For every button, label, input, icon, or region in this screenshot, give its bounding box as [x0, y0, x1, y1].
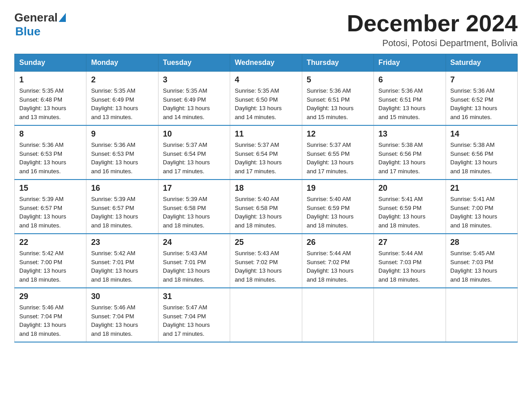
day-info: Sunrise: 5:35 AMSunset: 6:49 PMDaylight:… [163, 87, 210, 120]
day-number: 23 [91, 238, 153, 247]
day-number: 31 [163, 292, 225, 301]
day-info: Sunrise: 5:46 AMSunset: 7:04 PMDaylight:… [91, 304, 138, 337]
day-number: 1 [19, 75, 82, 85]
calendar-cell: 6 Sunrise: 5:36 AMSunset: 6:51 PMDayligh… [374, 72, 446, 126]
day-info: Sunrise: 5:44 AMSunset: 7:02 PMDaylight:… [307, 250, 354, 283]
logo-blue: Blue [15, 25, 40, 39]
day-number: 8 [19, 129, 82, 139]
calendar-cell: 3 Sunrise: 5:35 AMSunset: 6:49 PMDayligh… [158, 72, 230, 126]
day-info: Sunrise: 5:36 AMSunset: 6:51 PMDaylight:… [307, 87, 354, 120]
calendar-cell: 9 Sunrise: 5:36 AMSunset: 6:53 PMDayligh… [86, 125, 158, 180]
day-number: 30 [91, 292, 153, 301]
day-info: Sunrise: 5:38 AMSunset: 6:56 PMDaylight:… [450, 141, 498, 175]
calendar-cell: 28 Sunrise: 5:45 AMSunset: 7:03 PMDaylig… [446, 234, 517, 288]
day-number: 10 [163, 129, 225, 139]
header-saturday: Saturday [446, 54, 517, 72]
day-number: 24 [163, 238, 225, 247]
day-number: 18 [235, 184, 297, 193]
header-wednesday: Wednesday [230, 54, 302, 72]
day-info: Sunrise: 5:36 AMSunset: 6:51 PMDaylight:… [378, 87, 425, 120]
calendar-cell: 13 Sunrise: 5:38 AMSunset: 6:56 PMDaylig… [374, 125, 446, 180]
day-info: Sunrise: 5:40 AMSunset: 6:58 PMDaylight:… [235, 196, 282, 229]
day-number: 5 [307, 75, 369, 85]
week-row-5: 29 Sunrise: 5:46 AMSunset: 7:04 PMDaylig… [15, 288, 518, 342]
calendar-cell: 27 Sunrise: 5:44 AMSunset: 7:03 PMDaylig… [374, 234, 446, 288]
day-number: 19 [307, 184, 369, 193]
day-number: 28 [450, 238, 513, 247]
calendar-cell: 16 Sunrise: 5:39 AMSunset: 6:57 PMDaylig… [86, 180, 158, 234]
header-sunday: Sunday [15, 54, 86, 72]
day-number: 6 [378, 75, 441, 85]
calendar-cell: 30 Sunrise: 5:46 AMSunset: 7:04 PMDaylig… [86, 288, 158, 342]
day-number: 12 [307, 129, 369, 139]
day-info: Sunrise: 5:35 AMSunset: 6:48 PMDaylight:… [19, 87, 66, 120]
day-info: Sunrise: 5:42 AMSunset: 7:00 PMDaylight:… [19, 250, 66, 283]
month-title: December 2024 [347, 11, 518, 36]
calendar-cell: 11 Sunrise: 5:37 AMSunset: 6:54 PMDaylig… [230, 125, 302, 180]
calendar-table: SundayMondayTuesdayWednesdayThursdayFrid… [14, 54, 518, 342]
day-number: 4 [235, 75, 297, 85]
calendar-cell: 18 Sunrise: 5:40 AMSunset: 6:58 PMDaylig… [230, 180, 302, 234]
day-info: Sunrise: 5:41 AMSunset: 6:59 PMDaylight:… [378, 196, 425, 229]
day-info: Sunrise: 5:35 AMSunset: 6:49 PMDaylight:… [91, 87, 138, 120]
logo-line1: General [14, 11, 66, 25]
calendar-cell: 5 Sunrise: 5:36 AMSunset: 6:51 PMDayligh… [302, 72, 373, 126]
calendar-cell: 2 Sunrise: 5:35 AMSunset: 6:49 PMDayligh… [86, 72, 158, 126]
day-info: Sunrise: 5:39 AMSunset: 6:57 PMDaylight:… [19, 196, 66, 229]
calendar-cell [230, 288, 302, 342]
day-info: Sunrise: 5:39 AMSunset: 6:57 PMDaylight:… [91, 196, 138, 229]
day-info: Sunrise: 5:36 AMSunset: 6:53 PMDaylight:… [19, 141, 66, 175]
day-info: Sunrise: 5:36 AMSunset: 6:53 PMDaylight:… [91, 141, 138, 175]
calendar-header-row: SundayMondayTuesdayWednesdayThursdayFrid… [15, 54, 518, 72]
header-monday: Monday [86, 54, 158, 72]
page-header: General Blue December 2024 Potosi, Potos… [14, 11, 518, 48]
location-title: Potosi, Potosi Department, Bolivia [347, 38, 518, 48]
day-info: Sunrise: 5:37 AMSunset: 6:55 PMDaylight:… [307, 141, 354, 175]
calendar-cell: 19 Sunrise: 5:40 AMSunset: 6:59 PMDaylig… [302, 180, 373, 234]
day-info: Sunrise: 5:39 AMSunset: 6:58 PMDaylight:… [163, 196, 210, 229]
calendar-cell [302, 288, 373, 342]
calendar-cell [374, 288, 446, 342]
calendar-cell: 4 Sunrise: 5:35 AMSunset: 6:50 PMDayligh… [230, 72, 302, 126]
day-info: Sunrise: 5:37 AMSunset: 6:54 PMDaylight:… [235, 141, 282, 175]
logo: General Blue [14, 11, 66, 39]
day-info: Sunrise: 5:40 AMSunset: 6:59 PMDaylight:… [307, 196, 354, 229]
calendar-cell: 31 Sunrise: 5:47 AMSunset: 7:04 PMDaylig… [158, 288, 230, 342]
day-number: 15 [19, 184, 82, 193]
day-number: 2 [91, 75, 153, 85]
day-number: 13 [378, 129, 441, 139]
day-info: Sunrise: 5:42 AMSunset: 7:01 PMDaylight:… [91, 250, 138, 283]
calendar-cell: 7 Sunrise: 5:36 AMSunset: 6:52 PMDayligh… [446, 72, 517, 126]
calendar-cell: 20 Sunrise: 5:41 AMSunset: 6:59 PMDaylig… [374, 180, 446, 234]
day-number: 11 [235, 129, 297, 139]
day-number: 20 [378, 184, 441, 193]
week-row-1: 1 Sunrise: 5:35 AMSunset: 6:48 PMDayligh… [15, 72, 518, 126]
calendar-cell: 26 Sunrise: 5:44 AMSunset: 7:02 PMDaylig… [302, 234, 373, 288]
calendar-cell: 12 Sunrise: 5:37 AMSunset: 6:55 PMDaylig… [302, 125, 373, 180]
day-number: 22 [19, 238, 82, 247]
day-info: Sunrise: 5:47 AMSunset: 7:04 PMDaylight:… [163, 304, 210, 337]
day-number: 3 [163, 75, 225, 85]
calendar-cell: 29 Sunrise: 5:46 AMSunset: 7:04 PMDaylig… [15, 288, 86, 342]
header-thursday: Thursday [302, 54, 373, 72]
day-info: Sunrise: 5:44 AMSunset: 7:03 PMDaylight:… [378, 250, 425, 283]
day-number: 25 [235, 238, 297, 247]
day-info: Sunrise: 5:41 AMSunset: 7:00 PMDaylight:… [450, 196, 498, 229]
day-number: 14 [450, 129, 513, 139]
calendar-cell: 23 Sunrise: 5:42 AMSunset: 7:01 PMDaylig… [86, 234, 158, 288]
calendar-cell: 24 Sunrise: 5:43 AMSunset: 7:01 PMDaylig… [158, 234, 230, 288]
day-info: Sunrise: 5:43 AMSunset: 7:02 PMDaylight:… [235, 250, 282, 283]
day-number: 16 [91, 184, 153, 193]
calendar-cell: 17 Sunrise: 5:39 AMSunset: 6:58 PMDaylig… [158, 180, 230, 234]
day-number: 7 [450, 75, 513, 85]
day-number: 29 [19, 292, 82, 301]
day-number: 17 [163, 184, 225, 193]
calendar-cell: 25 Sunrise: 5:43 AMSunset: 7:02 PMDaylig… [230, 234, 302, 288]
calendar-cell [446, 288, 517, 342]
header-friday: Friday [374, 54, 446, 72]
calendar-cell: 8 Sunrise: 5:36 AMSunset: 6:53 PMDayligh… [15, 125, 86, 180]
week-row-2: 8 Sunrise: 5:36 AMSunset: 6:53 PMDayligh… [15, 125, 518, 180]
day-number: 26 [307, 238, 369, 247]
calendar-cell: 10 Sunrise: 5:37 AMSunset: 6:54 PMDaylig… [158, 125, 230, 180]
day-info: Sunrise: 5:35 AMSunset: 6:50 PMDaylight:… [235, 87, 282, 120]
